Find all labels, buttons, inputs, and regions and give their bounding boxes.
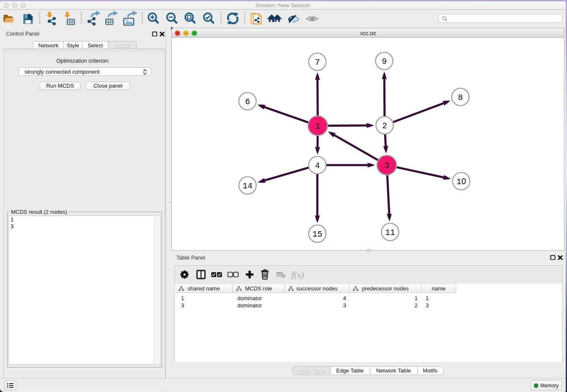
svg-text:4: 4 bbox=[315, 161, 320, 171]
svg-text:8: 8 bbox=[458, 93, 463, 102]
svg-text:10: 10 bbox=[457, 177, 466, 187]
svg-text:f(x): f(x) bbox=[292, 270, 304, 280]
svg-text:2: 2 bbox=[382, 121, 387, 131]
svg-text:15: 15 bbox=[312, 230, 322, 239]
svg-text:7: 7 bbox=[315, 58, 320, 67]
svg-text:14: 14 bbox=[242, 182, 252, 191]
svg-text:1: 1 bbox=[315, 122, 320, 131]
svg-text:3: 3 bbox=[384, 161, 389, 171]
svg-text:11: 11 bbox=[385, 228, 395, 237]
svg-text:9: 9 bbox=[382, 57, 387, 66]
svg-text:6: 6 bbox=[245, 97, 250, 107]
